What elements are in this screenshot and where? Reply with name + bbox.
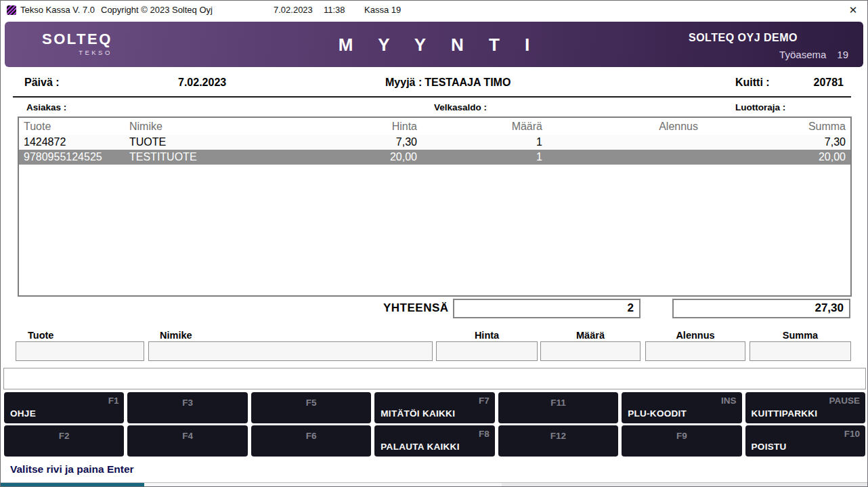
cell-maara: 1 (422, 135, 547, 150)
table-row-selected[interactable]: 9780955124525 TESTITUOTE 20,00 1 20,00 (19, 150, 850, 165)
fkey-label: F12 (498, 431, 618, 441)
workstation-label: Työasema (779, 49, 826, 60)
palauta-kaikki-button[interactable]: F8 PALAUTA KAIKKI (374, 425, 494, 457)
fkey-label: F9 (622, 431, 741, 441)
col-header-nimike: Nimike (127, 118, 317, 135)
cell-alennus (547, 150, 703, 165)
f4-button[interactable]: F4 (127, 425, 247, 457)
titlebar-time: 11:38 (324, 5, 345, 15)
fkey-label: F3 (127, 398, 247, 408)
f5-button[interactable]: F5 (251, 392, 371, 423)
cell-alennus (547, 135, 703, 150)
scan-input-bar[interactable] (3, 368, 866, 389)
kuittiparkki-button[interactable]: PAUSE KUITTIPARKKI (745, 392, 865, 423)
poistu-button[interactable]: F10 POISTU (745, 425, 865, 457)
f6-button[interactable]: F6 (251, 425, 371, 457)
button-label: KUITTIPARKKI (752, 408, 818, 419)
table-header-row: Tuote Nimike Hinta Määrä Alennus Summa (19, 118, 850, 135)
fkey-label: F5 (251, 398, 371, 408)
nimike-input[interactable] (148, 341, 433, 361)
seller-value: TESTAAJA TIMO (425, 77, 511, 88)
table-row[interactable]: 1424872 TUOTE 7,30 1 7,30 (19, 135, 850, 150)
summa-input[interactable] (750, 341, 851, 361)
company-name: SOLTEQ OYJ DEMO (689, 32, 798, 44)
workstation-info: Työasema19 (779, 49, 848, 60)
date-label: Päivä : (24, 77, 60, 89)
fkey-label: F10 (844, 429, 860, 439)
cell-summa: 20,00 (703, 150, 850, 165)
cell-nimike: TUOTE (127, 135, 317, 150)
ohje-button[interactable]: F1 OHJE (4, 392, 124, 423)
button-label: PALAUTA KAIKKI (381, 442, 459, 452)
f2-button[interactable]: F2 (4, 425, 124, 457)
entry-label-summa: Summa (750, 330, 851, 341)
debt-label: Velkasaldo : (434, 102, 487, 112)
fkey-label: F11 (498, 398, 618, 408)
hinta-input[interactable] (436, 341, 538, 361)
fkey-label: F2 (4, 431, 124, 441)
fkey-label: F6 (251, 431, 371, 441)
register-number: Kassa 19 (364, 5, 401, 15)
titlebar-date: 7.02.2023 (274, 5, 313, 15)
fkey-label: F8 (479, 429, 490, 439)
entry-label-tuote: Tuote (28, 330, 53, 341)
mitatoi-kaikki-button[interactable]: F7 MITÄTÖI KAIKKI (374, 392, 494, 423)
fkey-label: PAUSE (829, 396, 860, 406)
entry-label-nimike: Nimike (160, 330, 192, 341)
button-label: PLU-KOODIT (628, 408, 687, 419)
cell-maara: 1 (422, 150, 547, 165)
credit-label: Luottoraja : (735, 102, 785, 112)
copyright-text: Copyright © 2023 Solteq Oyj (101, 5, 213, 15)
alennus-input[interactable] (645, 341, 745, 361)
seller-info: Myyjä :TESTAAJA TIMO (385, 77, 513, 89)
taskbar-strip (1, 482, 867, 487)
fkey-label: F7 (479, 396, 490, 406)
total-label: YHTEENSÄ (383, 301, 449, 315)
sale-lines-table: Tuote Nimike Hinta Määrä Alennus Summa 1… (18, 117, 852, 297)
fkey-label: F4 (127, 431, 247, 441)
cell-hinta: 7,30 (317, 135, 422, 150)
receipt-label: Kuitti : (735, 77, 770, 89)
tuote-input[interactable] (16, 341, 144, 361)
cell-hinta: 20,00 (317, 150, 422, 165)
cell-summa: 7,30 (703, 135, 850, 150)
cell-tuote: 9780955124525 (19, 150, 127, 165)
col-header-summa: Summa (703, 118, 850, 135)
plu-koodit-button[interactable]: INS PLU-KOODIT (622, 392, 741, 423)
button-label: POISTU (752, 442, 787, 452)
f9-button[interactable]: F9 (622, 425, 741, 457)
date-value: 7.02.2023 (178, 77, 226, 89)
total-quantity-box: 2 (453, 299, 641, 318)
page-header: SOLTEQ TEKSO M Y Y N T I SOLTEQ OYJ DEMO… (5, 22, 863, 67)
fkey-label: F1 (108, 396, 119, 406)
maara-input[interactable] (540, 341, 641, 361)
entry-label-maara: Määrä (540, 330, 641, 341)
col-header-hinta: Hinta (317, 118, 422, 135)
window-title: Tekso Kassa V. 7.0 (20, 5, 95, 15)
col-header-tuote: Tuote (19, 118, 127, 135)
col-header-alennus: Alennus (547, 118, 703, 135)
status-message: Valitse rivi ja paina Enter (10, 463, 134, 475)
entry-label-alennus: Alennus (645, 330, 745, 341)
close-icon[interactable]: ✕ (846, 3, 861, 17)
button-label: OHJE (10, 408, 36, 419)
col-header-maara: Määrä (422, 118, 547, 135)
entry-label-hinta: Hinta (436, 330, 538, 341)
total-sum-box: 27,30 (672, 299, 850, 318)
seller-label: Myyjä : (385, 77, 422, 88)
button-label: MITÄTÖI KAIKKI (381, 408, 455, 419)
f11-button[interactable]: F11 (498, 392, 618, 423)
customer-label: Asiakas : (26, 102, 66, 112)
f3-button[interactable]: F3 (127, 392, 247, 423)
taskbar-teal-segment (1, 483, 144, 487)
app-icon (7, 5, 16, 15)
app-window: Tekso Kassa V. 7.0 Copyright © 2023 Solt… (0, 0, 868, 487)
cell-nimike: TESTITUOTE (127, 150, 317, 165)
function-key-panel: F1 OHJE F3 F5 F7 MITÄTÖI KAIKKI F11 INS … (4, 392, 865, 457)
receipt-value: 20781 (791, 77, 844, 89)
workstation-value: 19 (837, 49, 848, 60)
section-divider (13, 96, 851, 98)
f12-button[interactable]: F12 (498, 425, 618, 457)
fkey-label: INS (721, 396, 737, 406)
title-bar: Tekso Kassa V. 7.0 Copyright © 2023 Solt… (1, 1, 867, 20)
